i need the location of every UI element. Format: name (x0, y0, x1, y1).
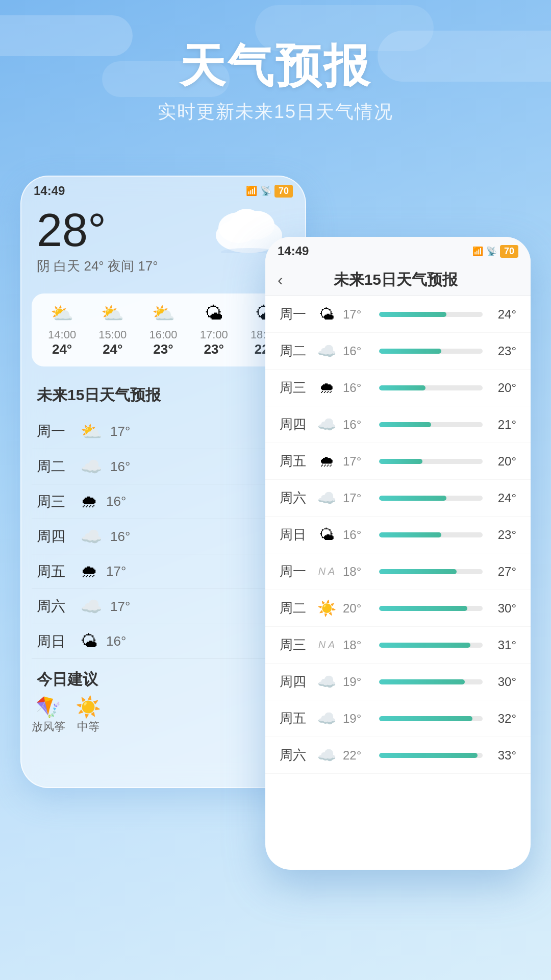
detail-high-9: 31° (491, 638, 516, 652)
detail-bar-4 (379, 459, 483, 464)
detail-icon-11: ☁️ (317, 709, 336, 727)
detail-bar-9 (379, 643, 483, 648)
phone-right: 14:49 📶 📡 70 ‹ 未来15日天气预报 周一 🌤 17° 24° (265, 237, 531, 870)
hourly-item-3: 🌤 17:00 23° (189, 303, 239, 357)
detail-high-8: 30° (491, 601, 516, 616)
forecast-icon-4: 🌧 (81, 561, 98, 581)
detail-day-2: 周三 (280, 379, 310, 397)
hourly-time-0: 14:00 (37, 328, 87, 341)
time-left: 14:49 (34, 184, 65, 198)
battery-left: 70 (274, 185, 293, 198)
detail-day-6: 周日 (280, 526, 310, 544)
detail-bar-fill-8 (379, 606, 467, 611)
detail-icon-0: 🌤 (317, 306, 336, 323)
detail-row-5: 周六 ☁️ 17° 24° (265, 480, 531, 517)
detail-bar-3 (379, 422, 483, 427)
hourly-time-3: 17:00 (189, 328, 239, 341)
detail-bar-7 (379, 569, 483, 574)
forecast-row-3: 周四 ☁️ 16° (32, 519, 295, 554)
detail-low-10: 19° (343, 675, 371, 689)
hourly-icon-2: ⛅ (138, 303, 188, 324)
back-button[interactable]: ‹ (278, 271, 283, 289)
detail-bar-0 (379, 312, 483, 317)
hourly-item-1: ⛅ 15:00 24° (87, 303, 138, 357)
detail-low-11: 19° (343, 712, 371, 726)
forecast-day-6: 周日 (37, 632, 72, 651)
detail-bar-fill-2 (379, 385, 425, 390)
detail-low-2: 16° (343, 381, 371, 395)
detail-forecast-list: 周一 🌤 17° 24° 周二 ☁️ 16° 23° 周三 🌧 (265, 296, 531, 774)
status-bar-right: 14:49 📶 📡 70 (265, 237, 531, 262)
weather-desc: 阴 白天 24° 夜间 17° (37, 257, 290, 275)
time-right: 14:49 (278, 244, 309, 258)
forecast-day-2: 周三 (37, 492, 72, 511)
detail-high-2: 20° (491, 381, 516, 395)
app-title: 天气预报 (0, 41, 551, 91)
detail-low-8: 20° (343, 601, 371, 616)
detail-day-10: 周四 (280, 673, 310, 691)
hourly-temp-0: 24° (37, 341, 87, 357)
detail-icon-6: 🌤 (317, 526, 336, 544)
hourly-icon-1: ⛅ (87, 303, 138, 324)
detail-day-3: 周四 (280, 415, 310, 433)
hourly-icon-3: 🌤 (189, 303, 239, 324)
forecast-title-left: 未来15日天气预报 (32, 375, 295, 414)
detail-high-1: 23° (491, 344, 516, 358)
detail-row-0: 周一 🌤 17° 24° (265, 296, 531, 333)
detail-high-7: 27° (491, 565, 516, 579)
forecast-row-4: 周五 🌧 17° (32, 554, 295, 589)
app-header: 天气预报 实时更新未来15日天气情况 (0, 0, 551, 145)
phone-left: 14:49 📶 📡 70 28° 阴 白天 24° 夜间 17° (20, 176, 306, 788)
forecast-row-1: 周二 ☁️ 16° (32, 449, 295, 484)
detail-bar-12 (379, 753, 483, 758)
detail-bar-fill-3 (379, 422, 431, 427)
detail-header: ‹ 未来15日天气预报 (265, 262, 531, 296)
current-weather: 28° 阴 白天 24° 夜间 17° (21, 202, 305, 285)
detail-row-1: 周二 ☁️ 16° 23° (265, 333, 531, 370)
detail-day-11: 周五 (280, 709, 310, 727)
forecast-low-1: 16° (110, 459, 141, 475)
forecast-day-3: 周四 (37, 527, 72, 546)
detail-bar-2 (379, 385, 483, 390)
hourly-item-0: ⛅ 14:00 24° (37, 303, 87, 357)
detail-bar-6 (379, 532, 483, 537)
suggestion-kite: 🪁 放风筝 (32, 695, 65, 734)
hourly-time-1: 15:00 (87, 328, 138, 341)
detail-icon-3: ☁️ (317, 415, 336, 433)
forecast-low-6: 16° (106, 633, 137, 649)
detail-day-9: 周三 (280, 636, 310, 654)
detail-bar-fill-12 (379, 753, 478, 758)
forecast-row-0: 周一 ⛅ 17° (32, 414, 295, 449)
hourly-icon-0: ⛅ (37, 303, 87, 324)
detail-row-9: 周三 N A 18° 31° (265, 627, 531, 664)
detail-high-5: 24° (491, 491, 516, 505)
forecast-icon-5: ☁️ (81, 596, 102, 617)
forecast-day-0: 周一 (37, 422, 72, 441)
detail-low-4: 17° (343, 454, 371, 469)
forecast-row-6: 周日 🌤 16° (32, 624, 295, 659)
detail-bar-10 (379, 679, 483, 684)
detail-bar-1 (379, 349, 483, 354)
detail-icon-7: N A (317, 566, 336, 577)
detail-bar-fill-5 (379, 496, 446, 501)
detail-bar-fill-11 (379, 716, 472, 721)
forecast-day-5: 周六 (37, 597, 72, 616)
detail-icon-8: ☀️ (317, 599, 336, 617)
detail-high-11: 32° (491, 712, 516, 726)
detail-row-4: 周五 🌧 17° 20° (265, 443, 531, 480)
detail-low-7: 18° (343, 565, 371, 579)
status-icons-left: 📶 📡 70 (246, 185, 293, 198)
detail-icon-9: N A (317, 639, 336, 651)
forecast-low-0: 17° (110, 424, 141, 439)
detail-high-6: 23° (491, 528, 516, 542)
detail-row-12: 周六 ☁️ 22° 33° (265, 737, 531, 774)
detail-high-12: 33° (491, 748, 516, 763)
battery-right: 70 (500, 245, 518, 258)
detail-low-0: 17° (343, 307, 371, 322)
detail-low-9: 18° (343, 638, 371, 652)
detail-high-3: 21° (491, 418, 516, 432)
forecast-icon-6: 🌤 (81, 631, 98, 651)
detail-row-11: 周五 ☁️ 19° 32° (265, 700, 531, 737)
detail-day-0: 周一 (280, 305, 310, 323)
detail-day-8: 周二 (280, 599, 310, 617)
